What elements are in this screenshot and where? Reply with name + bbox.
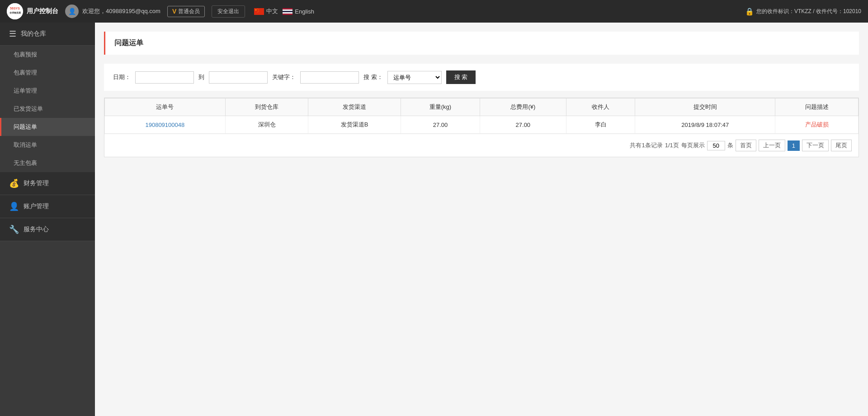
table-container: 运单号 到货仓库 发货渠道 重量(kg) 总费用(¥) 收件人 提交时间 问题描… [104, 98, 859, 157]
current-page-button[interactable]: 1 [788, 140, 800, 151]
welcome-text: 欢迎您，409889195@qq.com [82, 7, 160, 15]
sidebar-item-no-package[interactable]: 无主包裹 [0, 154, 95, 172]
table-row: 190809100048 深圳仓 发货渠道B 27.00 27.00 李白 20… [105, 116, 859, 134]
search-type-label: 搜 索： [363, 73, 383, 81]
svg-rect-12 [283, 12, 292, 14]
vip-label: 普通会员 [178, 8, 200, 15]
per-page-label: 每页展示 [681, 141, 705, 150]
receiver-label: 您的收件标识：VTKZZ / 收件代号：102010 [756, 8, 861, 15]
logo: 56SYS 全球物流通 用户控制台 [7, 3, 58, 19]
layout: ☰ 我的仓库 包裹预报 包裹管理 运单管理 已发货运单 问题运单 取消运单 [0, 23, 868, 416]
page-title: 问题运单 [114, 38, 143, 48]
main-content: 问题运单 日期： 到 关键字： 搜 索： 运单号 收件人 快递单号 搜 索 [95, 23, 868, 416]
search-type-select[interactable]: 运单号 收件人 快递单号 [387, 71, 442, 84]
logout-label: 安全退出 [217, 8, 239, 15]
col-order-no: 运单号 [105, 98, 226, 116]
total-records: 共有1条记录 [630, 141, 662, 150]
col-warehouse: 到货仓库 [225, 98, 308, 116]
svg-rect-10 [283, 9, 292, 11]
per-page-input[interactable] [707, 141, 725, 150]
service-icon: 🔧 [9, 224, 19, 234]
vip-badge[interactable]: V 普通会员 [167, 6, 205, 17]
date-to-label: 到 [198, 73, 204, 81]
pagination: 共有1条记录 1/1页 每页展示 条 首页 上一页 1 下一页 尾页 [104, 134, 859, 157]
cell-weight: 27.00 [401, 116, 480, 134]
prev-page-button[interactable]: 上一页 [759, 140, 785, 151]
sidebar-item-order-manage[interactable]: 运单管理 [0, 82, 95, 100]
col-receiver: 收件人 [566, 98, 635, 116]
per-page-unit: 条 [727, 141, 733, 150]
col-submit-time: 提交时间 [635, 98, 775, 116]
receiver-info: 🔒 您的收件标识：VTKZZ / 收件代号：102010 [745, 7, 861, 16]
table-header-row: 运单号 到货仓库 发货渠道 重量(kg) 总费用(¥) 收件人 提交时间 问题描… [105, 98, 859, 116]
cell-fee: 27.00 [480, 116, 566, 134]
sidebar-item-package-report[interactable]: 包裹预报 [0, 46, 95, 64]
search-button[interactable]: 搜 索 [446, 70, 476, 84]
flag-th-icon [283, 8, 292, 15]
sidebar-item-cancel-orders[interactable]: 取消运单 [0, 136, 95, 154]
search-bar: 日期： 到 关键字： 搜 索： 运单号 收件人 快递单号 搜 索 [104, 64, 859, 91]
cell-warehouse: 深圳仓 [225, 116, 308, 134]
sidebar-item-finance[interactable]: 💰 财务管理 [0, 172, 95, 195]
order-no-link[interactable]: 190809100048 [145, 122, 184, 128]
sidebar-item-account[interactable]: 👤 账户管理 [0, 195, 95, 218]
page-info: 1/1页 [665, 141, 679, 150]
col-fee: 总费用(¥) [480, 98, 566, 116]
sidebar-item-warehouse[interactable]: ☰ 我的仓库 [0, 23, 95, 46]
col-problem: 问题描述 [775, 98, 859, 116]
svg-rect-3 [254, 8, 264, 15]
keyword-input[interactable] [300, 71, 359, 84]
user-info: 👤 欢迎您，409889195@qq.com [65, 5, 160, 18]
date-start-input[interactable] [135, 71, 194, 84]
keyword-label: 关键字： [272, 73, 296, 81]
lang-cn-button[interactable]: 中文 [254, 7, 278, 15]
logo-icon: 56SYS 全球物流通 [7, 3, 23, 19]
date-end-input[interactable] [209, 71, 268, 84]
first-page-button[interactable]: 首页 [736, 140, 756, 151]
sidebar: ☰ 我的仓库 包裹预报 包裹管理 运单管理 已发货运单 问题运单 取消运单 [0, 23, 95, 416]
sidebar-account-label: 账户管理 [24, 202, 49, 210]
cell-channel: 发货渠道B [308, 116, 401, 134]
lang-en-button[interactable]: English [283, 8, 314, 15]
next-page-button[interactable]: 下一页 [802, 140, 829, 151]
last-page-button[interactable]: 尾页 [831, 140, 852, 151]
page-header: 问题运单 [104, 32, 859, 55]
cell-receiver: 李白 [566, 116, 635, 134]
warehouse-icon: ☰ [9, 29, 16, 39]
system-title: 用户控制台 [27, 7, 58, 15]
date-label: 日期： [113, 73, 131, 81]
sidebar-service-label: 服务中心 [24, 225, 49, 234]
svg-text:全球物流通: 全球物流通 [9, 11, 21, 14]
sidebar-item-package-manage[interactable]: 包裹管理 [0, 64, 95, 82]
svg-text:56SYS: 56SYS [10, 7, 20, 10]
sidebar-warehouse-label: 我的仓库 [21, 30, 46, 38]
sidebar-item-problem-orders[interactable]: 问题运单 [0, 118, 95, 136]
sidebar-item-shipped-orders[interactable]: 已发货运单 [0, 100, 95, 118]
logout-button[interactable]: 安全退出 [212, 5, 245, 18]
flag-cn-icon [254, 8, 264, 15]
finance-icon: 💰 [9, 178, 19, 188]
orders-table: 运单号 到货仓库 发货渠道 重量(kg) 总费用(¥) 收件人 提交时间 问题描… [104, 98, 859, 134]
cell-order-no: 190809100048 [105, 116, 226, 134]
sidebar-finance-label: 财务管理 [24, 179, 49, 187]
avatar: 👤 [65, 5, 79, 18]
sidebar-item-service[interactable]: 🔧 服务中心 [0, 218, 95, 241]
svg-rect-11 [283, 11, 292, 12]
lang-selector: 中文 English [254, 7, 314, 15]
sidebar-warehouse-section: 包裹预报 包裹管理 运单管理 已发货运单 问题运单 取消运单 无主包裹 [0, 46, 95, 172]
problem-link[interactable]: 产品破损 [805, 121, 829, 128]
lang-cn-label: 中文 [266, 7, 278, 15]
account-icon: 👤 [9, 201, 19, 211]
lang-en-label: English [295, 8, 314, 15]
col-channel: 发货渠道 [308, 98, 401, 116]
col-weight: 重量(kg) [401, 98, 480, 116]
cell-submit-time: 2019/8/9 18:07:47 [635, 116, 775, 134]
header: 56SYS 全球物流通 用户控制台 👤 欢迎您，409889195@qq.com… [0, 0, 868, 23]
cell-problem: 产品破损 [775, 116, 859, 134]
